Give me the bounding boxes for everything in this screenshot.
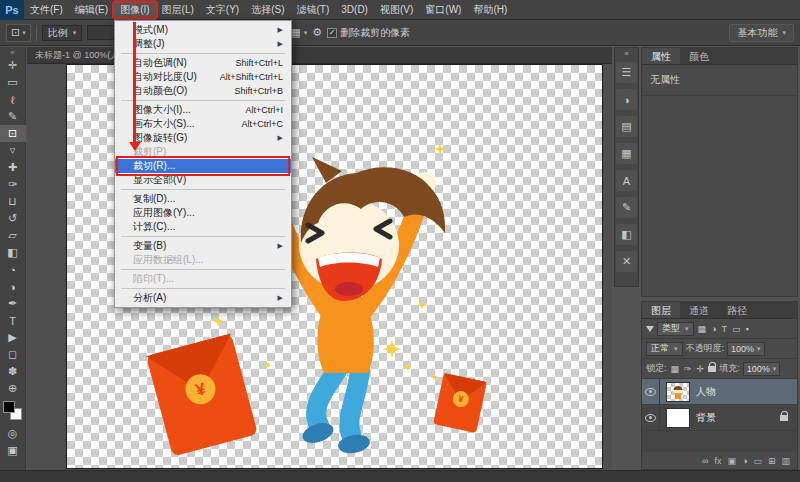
menubar-item-edit[interactable]: 编辑(E) [69, 0, 114, 20]
lock-transparency-icon[interactable]: ▦ [670, 364, 681, 374]
path-selection-tool[interactable]: ▶ [0, 329, 26, 346]
collapsed-panel-icon-5[interactable]: A [616, 170, 637, 191]
type-tool[interactable]: T [0, 312, 26, 329]
tab-properties[interactable]: 属性 [642, 48, 680, 64]
menu-item-canvas-size[interactable]: 画布大小(S)...Alt+Ctrl+C [115, 117, 291, 131]
lock-position-icon[interactable]: ✛ [696, 364, 706, 374]
menubar-item-file[interactable]: 文件(F) [24, 0, 69, 20]
menu-item-crop[interactable]: 裁剪(P) [115, 145, 291, 159]
history-brush-tool[interactable]: ↺ [0, 210, 26, 227]
brush-tool[interactable]: ✑ [0, 176, 26, 193]
move-tool[interactable]: ✛ [0, 57, 26, 74]
menu-item-auto-contrast[interactable]: 自动对比度(U)Alt+Shift+Ctrl+L [115, 70, 291, 84]
menubar-item-image[interactable]: 图像(I) [114, 0, 155, 20]
delete-cropped-pixels-checkbox[interactable]: ✓ 删除裁剪的像素 [327, 26, 410, 40]
menu-item-variables[interactable]: 变量(B)▶ [115, 239, 291, 253]
menu-item-mode[interactable]: 模式(M)▶ [115, 23, 291, 37]
menu-item-image-rotation[interactable]: 图像旋转(G)▶ [115, 131, 291, 145]
filter-type-layers-icon[interactable]: T [720, 324, 728, 334]
workspace-switcher[interactable]: 基本功能 ▾ [729, 24, 794, 42]
delete-layer-icon[interactable]: ▥ [781, 456, 790, 466]
eraser-tool[interactable]: ▱ [0, 227, 26, 244]
quick-selection-tool[interactable]: ✎ [0, 108, 26, 125]
menu-item-calculations[interactable]: 计算(C)... [115, 220, 291, 234]
blend-mode-select[interactable]: 正常 ▾ [646, 342, 683, 356]
menu-item-auto-color[interactable]: 自动颜色(O)Shift+Ctrl+B [115, 84, 291, 98]
marquee-tool[interactable]: ▭ [0, 74, 26, 91]
lock-paint-icon[interactable]: ✑ [683, 364, 693, 374]
pen-tool[interactable]: ✒ [0, 295, 26, 312]
menubar-item-select[interactable]: 选择(S) [245, 0, 290, 20]
menu-item-image-size[interactable]: 图像大小(I)...Alt+Ctrl+I [115, 103, 291, 117]
toolbar-collapse-button[interactable]: « [11, 48, 15, 57]
layer-style-icon[interactable]: fx [714, 456, 721, 466]
dodge-tool[interactable]: ◑ [0, 278, 26, 295]
layer-visibility-toggle[interactable] [642, 379, 660, 404]
menubar-item-view[interactable]: 视图(V) [374, 0, 419, 20]
menubar-item-3d[interactable]: 3D(D) [335, 0, 374, 20]
menubar-item-type[interactable]: 文字(Y) [200, 0, 245, 20]
dock-collapse-button[interactable]: « [624, 48, 628, 59]
menu-item-trap[interactable]: 陷印(T)... [115, 272, 291, 286]
tab-channels[interactable]: 通道 [680, 302, 718, 318]
fill-input[interactable]: 100% ▾ [743, 362, 781, 376]
adjustment-layer-icon[interactable]: ◑ [742, 456, 747, 466]
menubar-item-layer[interactable]: 图层(L) [156, 0, 200, 20]
collapsed-panel-icon-1[interactable]: ☰ [616, 62, 637, 83]
collapsed-panel-icon-7[interactable]: ◧ [616, 224, 637, 245]
collapsed-panel-icon-2[interactable]: ◑ [616, 89, 637, 110]
collapsed-panel-icon-6[interactable]: ✎ [616, 197, 637, 218]
filter-pixel-layers-icon[interactable]: ▦ [697, 324, 708, 334]
shape-tool[interactable]: ◻ [0, 346, 26, 363]
eyedropper-tool[interactable]: ▿ [0, 142, 26, 159]
tab-paths[interactable]: 路径 [718, 302, 756, 318]
new-layer-icon[interactable]: ⊞ [768, 456, 776, 466]
filter-smart-object-icon[interactable]: ▪ [744, 324, 749, 334]
layer-thumbnail[interactable] [666, 408, 690, 428]
menu-item-apply-image[interactable]: 应用图像(Y)... [115, 206, 291, 220]
menu-item-auto-tone[interactable]: 自动色调(N)Shift+Ctrl+L [115, 56, 291, 70]
gradient-tool[interactable]: ◧ [0, 244, 26, 261]
layer-row-character[interactable]: 人物 [642, 379, 797, 405]
hand-tool[interactable]: ✽ [0, 363, 26, 380]
opacity-input[interactable]: 100% ▾ [727, 342, 765, 356]
layer-name[interactable]: 背景 [696, 411, 716, 425]
healing-brush-tool[interactable]: ✚ [0, 159, 26, 176]
link-layers-icon[interactable]: ∞ [702, 456, 708, 466]
layer-thumbnail[interactable] [666, 382, 690, 402]
tab-color[interactable]: 颜色 [680, 48, 718, 64]
tab-layers[interactable]: 图层 [642, 302, 680, 318]
layer-filter-select[interactable]: 类型 ▾ [657, 322, 694, 336]
menubar-item-help[interactable]: 帮助(H) [467, 0, 513, 20]
zoom-tool[interactable]: ⊕ [0, 380, 26, 397]
layer-name[interactable]: 人物 [696, 385, 716, 399]
menu-item-adjustments[interactable]: 调整(J)▶ [115, 37, 291, 51]
new-group-icon[interactable]: ▭ [753, 456, 762, 466]
add-mask-icon[interactable]: ▣ [727, 456, 736, 466]
menu-item-analysis[interactable]: 分析(A)▶ [115, 291, 291, 305]
menubar-item-filter[interactable]: 滤镜(T) [291, 0, 336, 20]
screen-mode-tool[interactable]: ▣ [0, 442, 26, 459]
crop-tool[interactable]: ⊡ [0, 125, 26, 142]
color-swatches[interactable] [0, 399, 26, 425]
quick-mask-tool[interactable]: ◎ [0, 425, 26, 442]
layer-row-background[interactable]: 背景 [642, 405, 797, 431]
filter-shape-layers-icon[interactable]: ▭ [731, 324, 742, 334]
menubar-item-window[interactable]: 窗口(W) [419, 0, 467, 20]
current-tool-badge[interactable]: ⊡ ▾ [6, 24, 31, 42]
blur-tool[interactable]: ◔ [0, 261, 26, 278]
menu-item-apply-data-set[interactable]: 应用数据组(L)... [115, 253, 291, 267]
overlay-options-button[interactable]: ▦ ▾ [290, 26, 307, 39]
collapsed-panel-icon-3[interactable]: ▤ [616, 116, 637, 137]
menu-item-trim[interactable]: 裁切(R)... [115, 159, 291, 173]
collapsed-panel-icon-8[interactable]: ✕ [616, 251, 637, 272]
menu-item-duplicate[interactable]: 复制(D)... [115, 192, 291, 206]
filter-adjustment-layers-icon[interactable]: ◑ [710, 324, 717, 334]
collapsed-panel-icon-4[interactable]: ▦ [616, 143, 637, 164]
crop-settings-gear-icon[interactable]: ⚙ [312, 26, 322, 39]
layer-visibility-toggle[interactable] [642, 405, 660, 430]
foreground-color-swatch[interactable] [3, 401, 15, 413]
menu-item-reveal-all[interactable]: 显示全部(V) [115, 173, 291, 187]
crop-ratio-select[interactable]: 比例 ▾ [42, 25, 83, 41]
lasso-tool[interactable]: ℓ [0, 91, 26, 108]
